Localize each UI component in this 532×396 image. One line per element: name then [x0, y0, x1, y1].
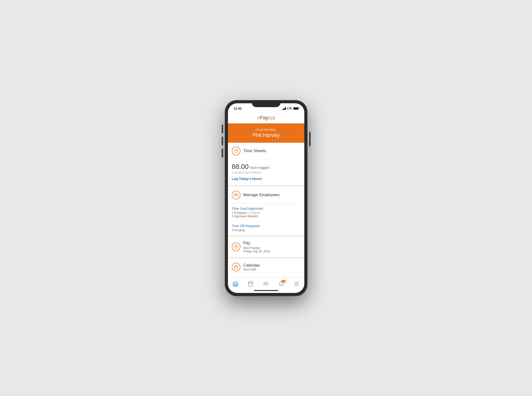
pay-period-label: CURRENT PAY PERIOD — [232, 172, 300, 174]
greeting-name: Phil Harvey — [233, 132, 299, 138]
network-type: LTE — [287, 107, 292, 110]
team-icon — [263, 281, 269, 287]
timesheets-header-left: Time Sheets — [232, 147, 266, 155]
manage-employees-chevron: › — [299, 193, 300, 197]
employees-icon — [232, 191, 240, 199]
menu-icon — [294, 281, 299, 287]
nav-home[interactable] — [230, 280, 241, 288]
time-card-chevron: › — [299, 210, 300, 214]
svg-point-2 — [237, 194, 238, 195]
battery-icon — [293, 107, 299, 110]
home-icon — [233, 281, 238, 287]
time-off-requests-item[interactable]: Time Off Requests 2 Pending › — [228, 221, 304, 235]
svg-rect-10 — [248, 282, 253, 286]
svg-point-1 — [234, 194, 236, 195]
bottom-nav: 12 — [228, 277, 304, 289]
hours-label: hours logged — [250, 166, 269, 170]
header-banner: Good Morning, Phil Harvey — [228, 123, 304, 143]
svg-point-14 — [264, 282, 266, 284]
timesheets-chevron: › — [299, 149, 300, 153]
status-right: LTE — [282, 107, 299, 110]
svg-rect-6 — [234, 266, 238, 269]
nav-team[interactable] — [261, 280, 271, 288]
status-time: 11:31 — [234, 107, 242, 110]
time-off-chevron: › — [299, 226, 300, 230]
log-hours-link[interactable]: Log Today's Hours — [232, 177, 262, 181]
calendar-chevron: › — [299, 265, 300, 269]
time-off-info: Time Off Requests 2 Pending — [232, 224, 260, 232]
time-card-detail: 1 Exception, 1 Critical — [232, 211, 263, 215]
nav-schedule[interactable] — [245, 280, 256, 288]
logo-bar: ➤Paycor​ — [228, 112, 304, 123]
pay-next-label: Next Payday: — [243, 246, 270, 250]
calendar-header[interactable]: Calendar Next Shift: › — [228, 259, 304, 275]
home-indicator — [254, 290, 278, 291]
paycor-logo: ➤Paycor​ — [228, 115, 304, 121]
time-card-title: Time Card Approvals — [232, 207, 263, 210]
critical-text: 1 Critical — [248, 211, 260, 215]
calendar-icon — [232, 263, 240, 271]
manage-employees-title: Manage Employees — [243, 193, 280, 197]
hours-display: 88.00 hours logged — [232, 163, 300, 171]
pay-icon — [232, 242, 240, 251]
pay-next-value: Friday, Aug 16, 2019 — [243, 250, 270, 253]
nav-menu[interactable] — [291, 280, 302, 288]
time-card-approvals-item[interactable]: Time Card Approvals 1 Exception, 1 Criti… — [228, 203, 304, 221]
manage-employees-header[interactable]: Manage Employees › — [228, 187, 304, 203]
pay-header[interactable]: Pay Next Payday: Friday, Aug 16, 2019 › — [228, 237, 304, 257]
exception-text: 1 Exception, — [232, 211, 248, 215]
time-off-title: Time Off Requests — [232, 224, 260, 228]
manage-employees-header-left: Manage Employees — [232, 191, 280, 199]
pay-header-left: Pay Next Payday: Friday, Aug 16, 2019 — [232, 241, 270, 253]
schedule-icon — [248, 281, 254, 287]
greeting-sub: Good Morning, — [233, 128, 299, 131]
notification-badge: 12 — [281, 280, 286, 283]
calendar-header-left: Calendar Next Shift: — [232, 263, 260, 271]
svg-point-15 — [267, 282, 268, 284]
pay-title: Pay — [243, 241, 270, 246]
time-off-pending: 2 Pending — [232, 229, 260, 232]
nav-notifications[interactable]: 12 — [276, 280, 287, 288]
content-area: Time Sheets › 88.00 hours logged CURRENT… — [228, 143, 304, 275]
calendar-info: Calendar Next Shift: — [243, 263, 260, 271]
pay-chevron: › — [299, 245, 300, 249]
timesheets-body: 88.00 hours logged CURRENT PAY PERIOD Lo… — [228, 159, 304, 185]
next-payday-label: Next Payday: — [243, 246, 261, 250]
signal-icon — [282, 107, 286, 110]
time-card-info: Time Card Approvals 1 Exception, 1 Criti… — [232, 207, 263, 218]
clock-icon — [232, 147, 240, 155]
approvals-needed: 4 Approvals Needed — [232, 215, 263, 218]
manage-employees-card[interactable]: Manage Employees › Time Card Approvals 1… — [228, 187, 304, 235]
calendar-title: Calendar — [243, 263, 260, 268]
pay-card[interactable]: Pay Next Payday: Friday, Aug 16, 2019 › — [228, 237, 304, 257]
timesheets-title: Time Sheets — [243, 149, 266, 153]
pay-info: Pay Next Payday: Friday, Aug 16, 2019 — [243, 241, 270, 253]
hours-number: 88.00 — [232, 163, 249, 170]
timesheets-card[interactable]: Time Sheets › 88.00 hours logged CURRENT… — [228, 143, 304, 185]
calendar-card[interactable]: Calendar Next Shift: › — [228, 259, 304, 275]
phone-frame: 11:31 LTE ➤Paycor​ Good Mor — [225, 100, 307, 296]
notch — [252, 100, 281, 107]
timesheets-header[interactable]: Time Sheets › — [228, 143, 304, 159]
phone-screen: 11:31 LTE ➤Paycor​ Good Mor — [228, 103, 304, 293]
next-shift-label: Next Shift: — [243, 268, 260, 271]
